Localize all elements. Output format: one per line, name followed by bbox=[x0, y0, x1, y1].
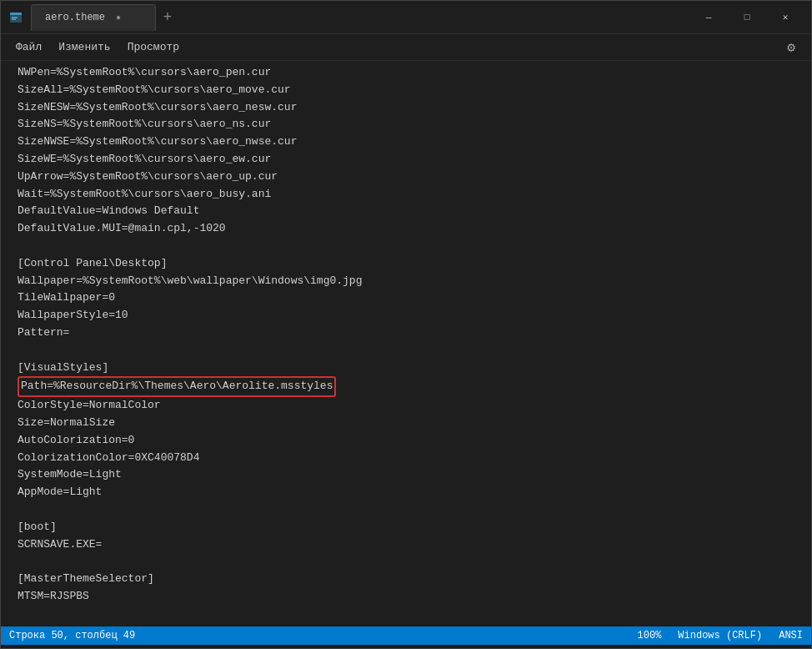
encoding[interactable]: ANSI bbox=[779, 630, 803, 641]
code-line: Size=NormalSize bbox=[18, 415, 794, 432]
code-line: [MasterThemeSelector] bbox=[18, 571, 794, 588]
menubar: Файл Изменить Просмотр ⚙ bbox=[1, 34, 811, 61]
tab-close-button[interactable]: ● bbox=[112, 11, 125, 24]
code-line: DefaultValue=Windows Default bbox=[18, 203, 794, 220]
code-line: SizeNS=%SystemRoot%\cursors\aero_ns.cur bbox=[18, 116, 794, 133]
code-line: AutoColorization=0 bbox=[18, 432, 794, 450]
tab-aero-theme[interactable]: aero.theme ● bbox=[31, 4, 156, 31]
code-line: SystemMode=Light bbox=[18, 466, 794, 484]
code-line: SizeAll=%SystemRoot%\cursors\aero_move.c… bbox=[18, 82, 794, 99]
code-line: AppMode=Light bbox=[18, 484, 794, 501]
svg-rect-1 bbox=[10, 13, 22, 15]
code-line bbox=[18, 606, 794, 623]
menu-edit[interactable]: Изменить bbox=[50, 38, 118, 57]
code-line bbox=[18, 342, 794, 360]
titlebar: aero.theme ● + — □ ✕ bbox=[1, 1, 811, 34]
maximize-button[interactable]: □ bbox=[728, 4, 766, 31]
code-line: UpArrow=%SystemRoot%\cursors\aero_up.cur bbox=[18, 169, 794, 186]
code-line: WallpaperStyle=10 bbox=[18, 307, 794, 324]
settings-button[interactable]: ⚙ bbox=[778, 36, 804, 59]
tab-title: aero.theme bbox=[45, 12, 105, 23]
code-line: Path=%ResourceDir%\Themes\Aero\Aerolite.… bbox=[18, 376, 794, 397]
code-line: Pattern= bbox=[18, 324, 794, 342]
zoom-level[interactable]: 100% bbox=[638, 630, 662, 641]
menu-view[interactable]: Просмотр bbox=[119, 38, 188, 57]
code-line: SizeNWSE=%SystemRoot%\cursors\aero_nwse.… bbox=[18, 133, 794, 151]
close-button[interactable]: ✕ bbox=[766, 4, 804, 31]
statusbar: Строка 50, столбец 49 100% Windows (CRLF… bbox=[1, 626, 811, 645]
code-line: SizeWE=%SystemRoot%\cursors\aero_ew.cur bbox=[18, 151, 794, 169]
window-controls: — □ ✕ bbox=[689, 4, 804, 31]
code-line: TileWallpaper=0 bbox=[18, 289, 794, 307]
highlighted-text: Path=%ResourceDir%\Themes\Aero\Aerolite.… bbox=[18, 376, 336, 397]
code-line: Wallpaper=%SystemRoot%\web\wallpaper\Win… bbox=[18, 273, 794, 290]
menu-file[interactable]: Файл bbox=[8, 38, 50, 57]
code-line bbox=[18, 501, 794, 519]
code-line: DefaultValue.MUI=@main.cpl,-1020 bbox=[18, 220, 794, 238]
code-line: ColorizationColor=0XC40078D4 bbox=[18, 450, 794, 467]
code-line: SCRNSAVE.EXE= bbox=[18, 536, 794, 554]
line-ending[interactable]: Windows (CRLF) bbox=[678, 630, 762, 641]
code-line: [VisualStyles] bbox=[18, 360, 794, 377]
code-line bbox=[18, 238, 794, 255]
tab-area: aero.theme ● + bbox=[31, 1, 689, 33]
new-tab-button[interactable]: + bbox=[156, 6, 179, 29]
cursor-position: Строка 50, столбец 49 bbox=[9, 630, 135, 641]
editor-area[interactable]: NWPen=%SystemRoot%\cursors\aero_pen.curS… bbox=[1, 61, 811, 626]
code-line: MTSM=RJSPBS bbox=[18, 588, 794, 606]
code-line bbox=[18, 553, 794, 571]
code-line: SizeNESW=%SystemRoot%\cursors\aero_nesw.… bbox=[18, 99, 794, 117]
minimize-button[interactable]: — bbox=[689, 4, 728, 31]
statusbar-right: 100% Windows (CRLF) ANSI bbox=[638, 630, 803, 641]
code-line: ColorStyle=NormalColor bbox=[18, 397, 794, 415]
code-line: [Control Panel\Desktop] bbox=[18, 255, 794, 273]
code-line: NWPen=%SystemRoot%\cursors\aero_pen.cur bbox=[18, 64, 794, 82]
code-line: Wait=%SystemRoot%\cursors\aero_busy.ani bbox=[18, 186, 794, 204]
code-line: [boot] bbox=[18, 519, 794, 536]
app-icon bbox=[8, 9, 24, 26]
code-content: NWPen=%SystemRoot%\cursors\aero_pen.curS… bbox=[1, 64, 811, 626]
